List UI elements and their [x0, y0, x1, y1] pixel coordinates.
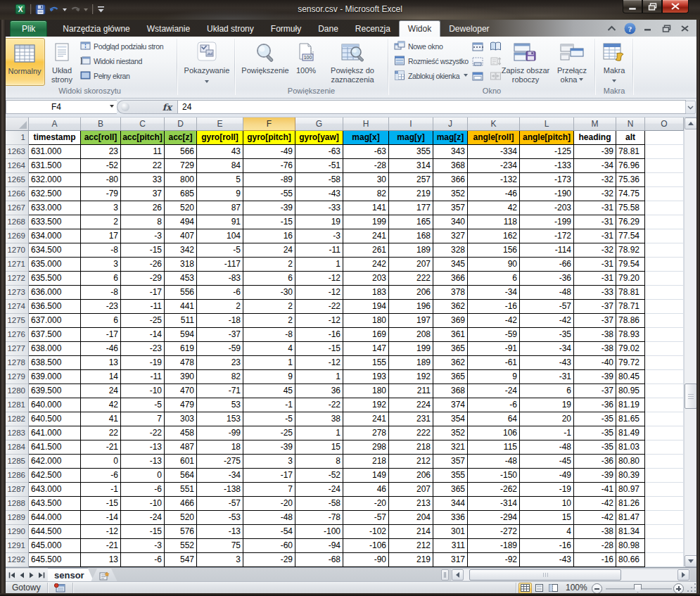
cell[interactable]: -37: [574, 384, 616, 398]
cell[interactable]: -275: [197, 455, 243, 469]
cell[interactable]: 3: [81, 258, 121, 272]
cell[interactable]: -125: [520, 145, 574, 159]
cell[interactable]: -39: [574, 145, 616, 159]
unhide-window-button[interactable]: [471, 69, 485, 83]
column-header-D[interactable]: D: [165, 118, 197, 131]
cell[interactable]: 189: [389, 356, 433, 370]
cell[interactable]: 22: [81, 426, 121, 440]
scroll-down-button[interactable]: [685, 555, 697, 567]
cell-empty[interactable]: [645, 328, 684, 342]
cell[interactable]: 46: [343, 483, 389, 497]
cell-empty[interactable]: [645, 159, 684, 173]
cell[interactable]: -172: [520, 229, 574, 243]
cell[interactable]: 441: [165, 300, 197, 314]
cell-empty[interactable]: [645, 511, 684, 525]
cell[interactable]: 343: [433, 145, 468, 159]
cell[interactable]: -12: [295, 314, 343, 328]
cell[interactable]: -3: [121, 539, 165, 553]
cell[interactable]: -133: [520, 159, 574, 173]
cell[interactable]: -43: [520, 553, 574, 567]
zoom-100-button[interactable]: 100 100%: [293, 38, 319, 86]
cell-empty[interactable]: [645, 300, 684, 314]
horizontal-scroll-thumb[interactable]: [469, 569, 621, 581]
cell[interactable]: -31: [574, 201, 616, 215]
cell[interactable]: -314: [468, 497, 520, 511]
workbook-close-button[interactable]: [677, 23, 692, 34]
cell[interactable]: -33: [295, 201, 343, 215]
cell[interactable]: 194: [343, 300, 389, 314]
cell[interactable]: 162: [468, 229, 520, 243]
cell[interactable]: -20: [343, 497, 389, 511]
cell[interactable]: -190: [520, 187, 574, 201]
cell[interactable]: 632.000: [29, 173, 81, 187]
cell[interactable]: 6: [243, 272, 295, 286]
cell[interactable]: -15: [243, 215, 295, 229]
row-header-1264[interactable]: 1264: [6, 159, 29, 173]
cell[interactable]: -24: [121, 511, 165, 525]
cell[interactable]: 41: [81, 412, 121, 426]
insert-function-icon[interactable]: fx: [163, 102, 172, 113]
cell[interactable]: 20: [520, 412, 574, 426]
cell[interactable]: 153: [197, 412, 243, 426]
cell[interactable]: 9: [197, 187, 243, 201]
cell[interactable]: 357: [433, 455, 468, 469]
cell[interactable]: -8: [243, 328, 295, 342]
cell[interactable]: 645.000: [29, 539, 81, 553]
cell[interactable]: 9: [468, 370, 520, 384]
cell[interactable]: -14: [121, 328, 165, 342]
cell[interactable]: -37: [197, 328, 243, 342]
cell[interactable]: 6: [81, 272, 121, 286]
cell[interactable]: 261: [343, 243, 389, 258]
cell[interactable]: 219: [389, 187, 433, 201]
cell[interactable]: 644.000: [29, 511, 81, 525]
cell[interactable]: 6: [81, 314, 121, 328]
cell[interactable]: 355: [389, 145, 433, 159]
cell[interactable]: 643.000: [29, 483, 81, 497]
row-header-1270[interactable]: 1270: [6, 243, 29, 258]
cell[interactable]: -18: [197, 314, 243, 328]
cell[interactable]: 634.500: [29, 243, 81, 258]
cell[interactable]: -49: [520, 469, 574, 483]
cell[interactable]: 644.500: [29, 525, 81, 539]
cell[interactable]: 23: [197, 356, 243, 370]
cell[interactable]: 345: [433, 258, 468, 272]
cell[interactable]: 22: [121, 159, 165, 173]
cell[interactable]: -58: [295, 497, 343, 511]
cell[interactable]: -138: [197, 483, 243, 497]
row-header-1269[interactable]: 1269: [6, 229, 29, 243]
row-header-1281[interactable]: 1281: [6, 398, 29, 412]
cell[interactable]: 231: [389, 412, 433, 426]
ribbon-tab-formuły[interactable]: Formuły: [262, 21, 310, 37]
cell[interactable]: -6: [468, 398, 520, 412]
cell[interactable]: -32: [574, 243, 616, 258]
cell[interactable]: 2: [243, 314, 295, 328]
cell[interactable]: 23: [81, 145, 121, 159]
cell[interactable]: 1: [295, 258, 343, 272]
cell[interactable]: 374: [433, 398, 468, 412]
cell[interactable]: -17: [243, 469, 295, 483]
cell[interactable]: 82: [197, 370, 243, 384]
cell[interactable]: 639.000: [29, 370, 81, 384]
workbook-minimize-button[interactable]: [641, 23, 655, 34]
cell[interactable]: 33: [121, 173, 165, 187]
cell[interactable]: 641.000: [29, 426, 81, 440]
cell[interactable]: 634.000: [29, 229, 81, 243]
cell[interactable]: 2: [243, 300, 295, 314]
cell[interactable]: 80.98: [616, 539, 645, 553]
cell[interactable]: 361: [433, 328, 468, 342]
cell[interactable]: 729: [165, 159, 197, 173]
cell[interactable]: -19: [121, 356, 165, 370]
cell[interactable]: 118: [468, 215, 520, 229]
cell[interactable]: 635.500: [29, 272, 81, 286]
cell[interactable]: 79.54: [616, 258, 645, 272]
cell[interactable]: -30: [243, 286, 295, 300]
cell[interactable]: -33: [574, 286, 616, 300]
cell[interactable]: 278: [343, 426, 389, 440]
cell-empty[interactable]: [645, 398, 684, 412]
cell[interactable]: -60: [243, 539, 295, 553]
cell[interactable]: -59: [468, 328, 520, 342]
page-break-preview-button[interactable]: Podgląd podziału stron: [79, 39, 163, 53]
cell[interactable]: 42: [468, 201, 520, 215]
cell[interactable]: -262: [468, 483, 520, 497]
cell[interactable]: 214: [389, 525, 433, 539]
